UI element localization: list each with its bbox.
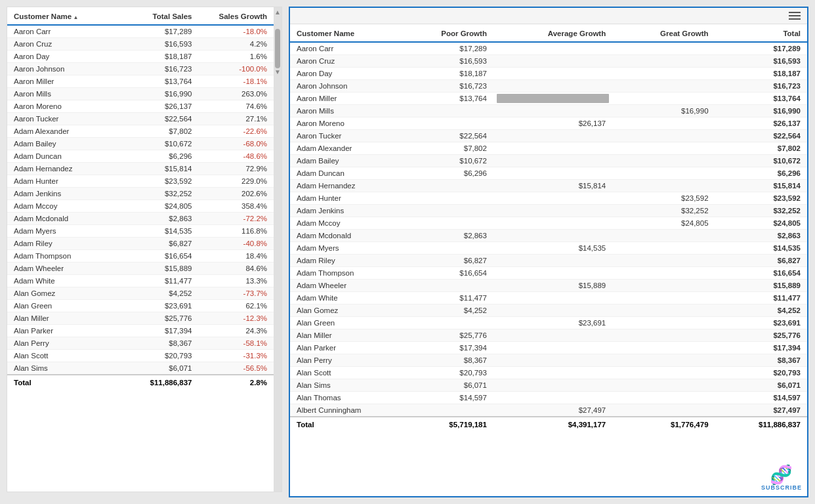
table-cell: $6,827: [123, 238, 199, 250]
table-cell: Aaron Carr: [290, 42, 395, 55]
table-row: Adam Jenkins$32,252202.6%: [7, 188, 274, 200]
table-cell: 62.1%: [198, 300, 274, 312]
hamburger-menu-icon[interactable]: [789, 12, 801, 20]
table-cell: Aaron Tucker: [290, 130, 395, 142]
table-cell: Adam Bailey: [290, 155, 395, 167]
table-cell: Aaron Day: [290, 68, 395, 80]
table-cell: Alan Perry: [290, 354, 395, 367]
table-row: Alan Green$23,69162.1%: [7, 300, 274, 312]
table-cell: [395, 217, 493, 230]
table-cell: Adam Myers: [290, 242, 395, 255]
table-row: Adam Thompson$16,654$16,654: [290, 267, 807, 280]
table-cell: Aaron Johnson: [7, 63, 123, 75]
table-cell: $14,535: [493, 242, 612, 255]
table-cell: $16,593: [395, 55, 493, 68]
table-cell: $24,805: [123, 200, 199, 213]
hamburger-line-2: [789, 15, 801, 16]
table-cell: [612, 242, 715, 255]
table-cell: $15,814: [715, 180, 807, 192]
table-cell: Adam Alexander: [7, 125, 123, 138]
table-row: Adam Hernandez$15,814$15,814: [290, 180, 807, 192]
table-cell: Alan Miller: [7, 312, 123, 325]
footer-cell: $11,886,837: [715, 417, 807, 432]
table-cell: Aaron Miller: [290, 93, 395, 105]
table-cell: [612, 167, 715, 180]
table-row: Adam White$11,47713.3%: [7, 275, 274, 287]
left-col-sales[interactable]: Total Sales: [123, 7, 199, 25]
right-col-average[interactable]: Average Growth: [493, 24, 612, 42]
right-col-poor[interactable]: Poor Growth: [395, 24, 493, 42]
table-row: Adam Riley$6,827-40.8%: [7, 238, 274, 250]
table-cell: Adam Hunter: [290, 192, 395, 205]
table-cell: Alan Perry: [7, 337, 123, 350]
right-col-customer[interactable]: Customer Name: [290, 24, 395, 42]
table-cell: $16,723: [123, 63, 199, 75]
table-cell: [612, 280, 715, 292]
table-cell: $23,691: [123, 300, 199, 312]
table-cell: $24,805: [715, 217, 807, 230]
table-cell: -12.3%: [198, 312, 274, 325]
table-cell: $14,535: [715, 242, 807, 255]
right-table-wrapper[interactable]: Customer Name Poor Growth Average Growth…: [290, 24, 807, 496]
table-cell: $15,889: [123, 262, 199, 275]
scroll-up-arrow[interactable]: ▲: [274, 9, 281, 16]
table-row: Aaron Mills$16,990$16,990: [290, 105, 807, 117]
table-cell: [395, 404, 493, 417]
table-cell: $23,592: [123, 175, 199, 188]
hamburger-line-3: [789, 18, 801, 20]
table-cell: $32,252: [715, 205, 807, 217]
table-row: Aaron Carr$17,289-18.0%: [7, 25, 274, 38]
table-cell: [493, 304, 612, 317]
table-cell: $7,802: [123, 125, 199, 138]
table-cell: [612, 255, 715, 267]
table-cell: Alan Scott: [290, 367, 395, 379]
table-cell: $6,071: [123, 362, 199, 375]
table-cell: Adam Myers: [7, 225, 123, 238]
table-cell: Alan Gomez: [290, 304, 395, 317]
table-cell: 18.4%: [198, 250, 274, 262]
table-row: Alan Parker$17,39424.3%: [7, 325, 274, 337]
table-cell: $15,889: [715, 280, 807, 292]
table-cell: [612, 367, 715, 379]
subscribe-label: SUBSCRIBE: [761, 484, 802, 491]
table-row: Adam Hernandez$15,81472.9%: [7, 163, 274, 175]
left-table-scroll[interactable]: Customer Name Total Sales Sales Growth A…: [7, 7, 274, 492]
table-cell: [493, 230, 612, 242]
table-row: Adam Jenkins$32,252$32,252: [290, 205, 807, 217]
left-col-growth[interactable]: Sales Growth: [198, 7, 274, 25]
footer-cell: Total: [290, 417, 395, 432]
table-cell: $16,723: [715, 80, 807, 93]
table-cell: 24.3%: [198, 325, 274, 337]
table-row: Aaron Tucker$22,56427.1%: [7, 113, 274, 125]
table-cell: Alan Miller: [290, 329, 395, 342]
table-cell: [612, 304, 715, 317]
table-cell: Alan Green: [7, 300, 123, 312]
left-col-customer[interactable]: Customer Name: [7, 7, 123, 25]
table-cell: [395, 105, 493, 117]
footer-cell: 2.8%: [198, 375, 274, 390]
table-cell: $14,597: [715, 392, 807, 404]
table-row: Aaron Moreno$26,137$26,137: [290, 117, 807, 130]
right-col-total[interactable]: Total: [715, 24, 807, 42]
table-cell: $15,889: [493, 280, 612, 292]
table-cell: [395, 117, 493, 130]
table-row: Adam Myers$14,535116.8%: [7, 225, 274, 238]
table-row: Aaron Johnson$16,723$16,723: [290, 80, 807, 93]
table-cell: Alan Gomez: [7, 287, 123, 300]
scroll-down-arrow[interactable]: ▼: [274, 68, 281, 75]
table-cell: $16,654: [395, 267, 493, 280]
left-scrollbar[interactable]: ▲ ▼: [274, 7, 282, 492]
left-panel: Customer Name Total Sales Sales Growth A…: [7, 7, 282, 492]
table-cell: $17,289: [395, 42, 493, 55]
scroll-thumb[interactable]: [275, 29, 280, 68]
main-container: Customer Name Total Sales Sales Growth A…: [0, 0, 815, 504]
table-row: Adam Hunter$23,592229.0%: [7, 175, 274, 188]
footer-cell: Total: [7, 375, 123, 390]
table-cell: Adam Wheeler: [290, 280, 395, 292]
table-cell: $10,672: [395, 155, 493, 167]
table-cell: [493, 392, 612, 404]
table-cell: $27,497: [715, 404, 807, 417]
table-cell: Aaron Cruz: [7, 38, 123, 51]
right-col-great[interactable]: Great Growth: [612, 24, 715, 42]
watermark: 🧬 SUBSCRIBE: [761, 466, 802, 491]
